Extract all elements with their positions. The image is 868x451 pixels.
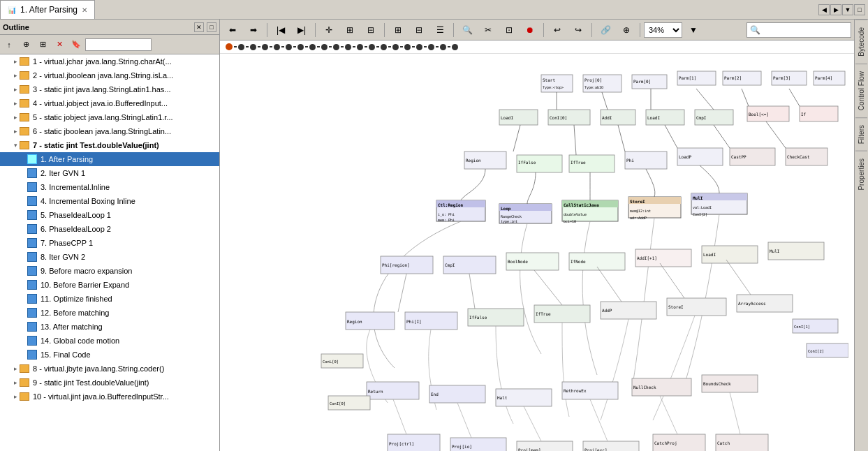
vtab-bytecode[interactable]: Bytecode <box>855 20 867 64</box>
tree-item-7-9[interactable]: 9. Before macro expansion <box>0 264 219 278</box>
svg-text:adr:AddP: adr:AddP <box>630 216 647 220</box>
outline-tb-btn3[interactable]: ⊞ <box>35 37 50 52</box>
expand-icon-6[interactable] <box>14 128 17 135</box>
tree-item-4[interactable]: 4 - virtual.jobject java.io.BufferedInpu… <box>0 96 219 110</box>
vtab-filters[interactable]: Filters <box>855 117 867 151</box>
tree-item-1[interactable]: 1 - virtual.jchar java.lang.String.charA… <box>0 54 219 68</box>
tree-label-7: 7 - static jint Test.doubleValue(jint) <box>33 141 159 149</box>
tab-scroll-right[interactable]: ▶ <box>830 4 841 15</box>
svg-text:LoadI: LoadI <box>647 115 660 120</box>
tree-item-7-8[interactable]: 8. Iter GVN 2 <box>0 250 219 264</box>
graph-btn-layout[interactable]: ✛ <box>319 22 339 38</box>
graph-btn-back[interactable]: ⬅ <box>223 22 242 38</box>
tab-maximize[interactable]: □ <box>854 4 865 15</box>
tab-scroll-left[interactable]: ◀ <box>818 4 830 15</box>
tree-item-7[interactable]: 7 - static jint Test.doubleValue(jint) <box>0 138 219 152</box>
svg-text:LoadI: LoadI <box>703 252 716 257</box>
expand-icon-3[interactable] <box>14 86 17 93</box>
graph-btn-fit[interactable]: ⊟ <box>361 22 381 38</box>
tree-label-7-10: 10. Before Barrier Expand <box>41 281 129 289</box>
graph-btn-redo[interactable]: ↪ <box>568 22 588 38</box>
outline-tb-btn1[interactable]: ↑ <box>1 37 17 52</box>
tree-label-7-8: 8. Iter GVN 2 <box>41 253 85 261</box>
tree-item-9[interactable]: 9 - static jint Test.doubleValue(jint) <box>0 376 219 390</box>
tree-label-7-14: 14. Global code motion <box>41 337 119 345</box>
graph-btn-linear[interactable]: ☰ <box>430 22 450 38</box>
tab-after-parsing[interactable]: 📊 1. After Parsing ✕ <box>0 0 95 19</box>
tree-item-5[interactable]: 5 - static jobject java.lang.StringLatin… <box>0 110 219 124</box>
expand-icon-10[interactable] <box>14 393 17 400</box>
tab-scroll-down[interactable]: ▼ <box>842 4 853 15</box>
zoom-select[interactable]: 10% 25% 34% 50% 75% 100% 150% 200% <box>644 22 682 38</box>
tree-item-7-12[interactable]: 12. Before matching <box>0 306 219 320</box>
tree-item-7-15[interactable]: 15. Final Code <box>0 348 219 362</box>
expand-icon-5[interactable] <box>14 114 17 121</box>
phase-icon-7-4 <box>27 195 38 207</box>
graph-btn-zoom-in[interactable]: 🔍 <box>457 22 477 38</box>
tab-close-btn[interactable]: ✕ <box>82 6 87 14</box>
expand-icon-2[interactable] <box>14 72 17 79</box>
tree-item-7-3[interactable]: 3. Incremental.Inline <box>0 180 219 194</box>
graph-btn-cut[interactable]: ✂ <box>478 22 498 38</box>
svg-text:Catch: Catch <box>717 441 730 445</box>
tree-item-7-10[interactable]: 10. Before Barrier Expand <box>0 278 219 292</box>
graph-btn-next-phase[interactable]: ▶| <box>292 22 311 38</box>
graph-btn-prev-phase[interactable]: |◀ <box>271 22 290 38</box>
graph-btn-select[interactable]: ⊕ <box>617 22 636 38</box>
outline-minimize[interactable]: ✕ <box>194 22 204 32</box>
svg-text:Halt: Halt <box>497 395 508 400</box>
graph-btn-undo[interactable]: ↩ <box>547 22 567 38</box>
tree-item-7-2[interactable]: 2. Iter GVN 1 <box>0 166 219 180</box>
graph-scroll[interactable]: Start Type:<top> Proj[0] Type:abIO Parm[… <box>220 54 854 451</box>
tree-label-7-13: 13. After matching <box>41 323 103 331</box>
vtab-properties[interactable]: Properties <box>855 151 867 198</box>
memory-display[interactable]: 131:0/193:9MB <box>85 38 152 51</box>
graph-inner: Start Type:<top> Proj[0] Type:abIO Parm[… <box>220 54 848 451</box>
vtab-control-flow[interactable]: Control Flow <box>855 64 867 117</box>
node-group-lower-2: Loop RangeCheck type:int <box>499 204 552 224</box>
tree-label-7-12: 12. Before matching <box>41 309 109 317</box>
outline-menu[interactable]: □ <box>207 22 216 32</box>
svg-text:Parm[1]: Parm[1] <box>679 75 696 80</box>
graph-canvas[interactable]: Start Type:<top> Proj[0] Type:abIO Parm[… <box>220 54 854 451</box>
tree-item-10[interactable]: 10 - virtual.jint java.io.BufferedInputS… <box>0 390 219 404</box>
tree-item-7-1[interactable]: 1. After Parsing <box>0 152 219 166</box>
tree-item-7-11[interactable]: 11. Optimize finished <box>0 292 219 306</box>
graph-btn-record[interactable]: ⏺ <box>520 22 540 38</box>
folder-icon-3 <box>19 84 30 95</box>
expand-icon-8[interactable] <box>14 365 17 372</box>
svg-text:Type:<top>: Type:<top> <box>543 85 564 90</box>
tree-item-7-7[interactable]: 7. PhaseCPP 1 <box>0 236 219 250</box>
toolbar-sep-1 <box>267 23 267 37</box>
zoom-dropdown-btn[interactable]: ▼ <box>684 22 703 38</box>
tree-item-7-6[interactable]: 6. PhaseIdealLoop 2 <box>0 222 219 236</box>
graph-btn-cluster[interactable]: ⊞ <box>388 22 408 38</box>
expand-icon-4[interactable] <box>14 100 17 107</box>
tree-item-7-5[interactable]: 5. PhaseIdealLoop 1 <box>0 208 219 222</box>
outline-tb-btn4[interactable]: ✕ <box>52 37 67 52</box>
node-group-lower-4: StoreI mem@12:int adr:AddP <box>628 197 681 220</box>
graph-btn-link[interactable]: 🔗 <box>596 22 615 38</box>
outline-tb-btn5[interactable]: 🔖 <box>68 37 84 52</box>
tree-item-7-13[interactable]: 13. After matching <box>0 320 219 334</box>
graph-btn-uncluster[interactable]: ⊟ <box>409 22 429 38</box>
tree-item-3[interactable]: 3 - static jint java.lang.StringLatin1.h… <box>0 82 219 96</box>
graph-btn-snap[interactable]: ⊡ <box>499 22 519 38</box>
outline-tb-btn2[interactable]: ⊕ <box>18 37 34 52</box>
expand-icon-1[interactable] <box>14 58 17 65</box>
graph-btn-forward[interactable]: ➡ <box>244 22 263 38</box>
tree-item-6[interactable]: 6 - static jboolean java.lang.StringLati… <box>0 124 219 138</box>
tree-item-7-4[interactable]: 4. Incremental Boxing Inline <box>0 194 219 208</box>
svg-text:doubleValue: doubleValue <box>564 212 587 216</box>
search-input[interactable]: Search <box>763 26 847 34</box>
expand-icon-7[interactable] <box>14 142 17 149</box>
tree-item-2[interactable]: 2 - virtual.jboolean java.lang.String.is… <box>0 68 219 82</box>
toolbar-sep-6 <box>591 23 592 37</box>
tree-item-8[interactable]: 8 - virtual.jbyte java.lang.String.coder… <box>0 362 219 376</box>
svg-text:Region: Region <box>466 158 481 163</box>
tree-item-7-14[interactable]: 14. Global code motion <box>0 334 219 348</box>
graph-btn-expand[interactable]: ⊞ <box>340 22 360 38</box>
tree-label-7-2: 2. Iter GVN 1 <box>41 169 85 177</box>
node-group-lower-1: Ctl:Region i_o: Phi mem: Phi <box>436 200 485 222</box>
expand-icon-9[interactable] <box>14 379 17 386</box>
